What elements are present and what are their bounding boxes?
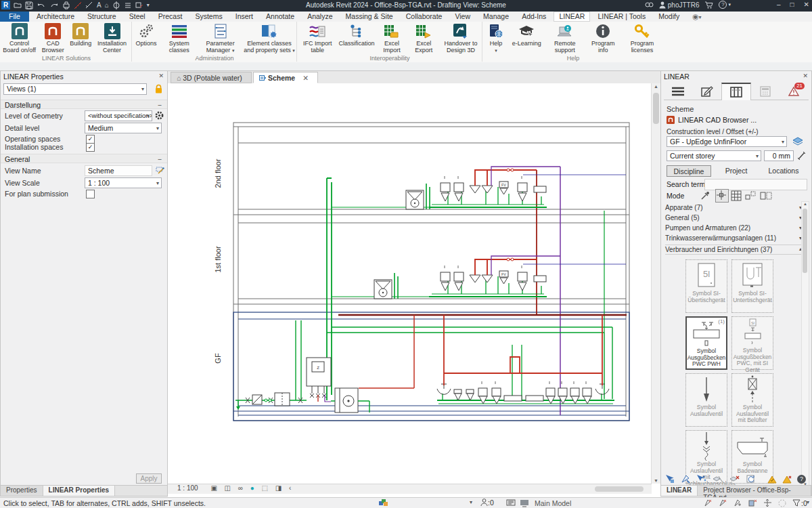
delete-elements-icon[interactable] (729, 475, 740, 484)
section-general[interactable]: General− (1, 154, 167, 163)
rename-icon[interactable] (156, 166, 165, 175)
search-icon[interactable] (645, 1, 654, 9)
save-icon[interactable] (25, 1, 33, 9)
tab-massing-site[interactable]: Massing & Site (340, 12, 399, 22)
hide-elements-icon[interactable] (713, 475, 723, 484)
offset-input[interactable]: 0 mm (764, 150, 794, 161)
collapse-icon[interactable]: − (158, 155, 162, 163)
installation-spaces-checkbox[interactable]: ✓ (86, 143, 95, 152)
gear-icon[interactable] (155, 111, 164, 120)
tab-linear[interactable]: LINEAR (554, 12, 590, 22)
eyedropper-icon[interactable] (700, 191, 710, 200)
mode-row-icon[interactable] (760, 190, 773, 201)
view-name-field[interactable]: Scheme (85, 165, 152, 176)
tab-linear-properties[interactable]: LINEAR Properties (43, 486, 115, 496)
storey-levels-icon[interactable] (792, 137, 803, 146)
mode-pair-icon[interactable] (745, 190, 757, 201)
category-pumpen[interactable]: Pumpen und Armaturen (22)▾ (665, 224, 805, 234)
lock-icon[interactable] (154, 84, 163, 94)
warning-error-icon[interactable] (782, 475, 792, 484)
category-apparate[interactable]: Apparate (7)▾ (665, 204, 805, 213)
symbol-cell-auslaufventil-beluefter[interactable]: Symbol Auslaufventil mit Belüfter (731, 373, 773, 427)
tab-annotate[interactable]: Annotate (261, 12, 300, 22)
worksets-dropdown-icon[interactable]: ▾ (470, 499, 472, 505)
cart-icon[interactable] (704, 1, 713, 9)
control-board-button[interactable]: Control Board on/off (1, 22, 37, 54)
home-icon[interactable]: ⌂ (105, 1, 109, 9)
symbol-list-scrollbar[interactable]: ▲ ▼ (801, 201, 809, 487)
ifc-import-table-button[interactable]: IFC Import table (298, 22, 337, 54)
select-pinned-icon[interactable] (734, 499, 742, 507)
system-classes-button[interactable]: System classes (160, 22, 198, 54)
place-symbol-icon[interactable] (665, 474, 675, 484)
scale-box-icon[interactable]: ▣ (210, 484, 217, 492)
scale-control[interactable]: 1 : 100 (177, 484, 198, 492)
category-verbraucher[interactable]: Verbraucher und Einrichtungen (37)▴ (665, 245, 805, 255)
horizontal-scrollbar[interactable] (595, 486, 644, 492)
qat-dropdown-icon[interactable]: ▾ (147, 2, 150, 8)
thin-lines-icon[interactable] (124, 1, 132, 9)
print-icon[interactable] (62, 1, 70, 9)
tab-view[interactable]: View (449, 12, 476, 22)
visual-style-icon[interactable]: ◫ (225, 484, 231, 492)
symbol-cell-si-uebertischgeraet[interactable]: 5l Symbol SI-Übertischgerät (685, 259, 727, 313)
drag-on-selection-icon[interactable] (763, 499, 772, 507)
minimize-button[interactable]: – (777, 1, 781, 8)
crop-view-icon[interactable]: ⬚ (262, 484, 268, 492)
refresh-view-icon[interactable] (746, 474, 757, 484)
undo-icon[interactable] (37, 1, 46, 9)
tab-warnings[interactable]: 21 (780, 83, 809, 100)
tab-analyze[interactable]: Analyze (302, 12, 338, 22)
shadows-icon[interactable]: ● (250, 484, 254, 492)
excel-import-button[interactable]: Excel Import (376, 22, 407, 54)
mode-place-single[interactable] (715, 189, 729, 203)
filter-tab-locations[interactable]: Locations (761, 165, 806, 177)
remote-support-button[interactable]: Remote support (545, 22, 585, 54)
mode-grid-icon[interactable] (731, 190, 742, 201)
section-darstellung[interactable]: Darstellung− (1, 100, 167, 109)
tab-structure[interactable]: Structure (82, 12, 122, 22)
tab-properties[interactable]: Properties (1, 486, 43, 496)
category-general[interactable]: General (5)▾ (665, 214, 805, 224)
tab-architecture[interactable]: Architecture (31, 12, 80, 22)
level-of-geometry-select[interactable]: <without specification>▾ (85, 110, 152, 121)
views-selector[interactable]: Views (1) ▾ (3, 83, 147, 95)
excel-export-button[interactable]: Excel Export (408, 22, 440, 54)
tab-precast[interactable]: Precast (153, 12, 188, 22)
tab-calculation[interactable] (751, 83, 780, 100)
drawing-canvas[interactable]: 2nd floor 1st floor GF (168, 83, 652, 484)
tab-linear-tools[interactable]: LINEAR | Tools (592, 12, 651, 22)
active-design-option[interactable]: Main Model (535, 499, 571, 507)
tab-cad-browser[interactable] (721, 83, 751, 100)
revit-logo[interactable]: R (1, 1, 10, 9)
cad-browser-button[interactable]: CAD Browser (37, 22, 68, 54)
quick-access-toolbar[interactable]: R A ⌂ ▾ (1, 1, 150, 9)
close-view-icon[interactable]: ✕ (302, 74, 309, 82)
options-button[interactable]: Options (133, 22, 160, 54)
editable-elements-indicator[interactable]: :0 (480, 499, 494, 507)
parameter-manager-button[interactable]: Parameter Manager ▾ (198, 22, 242, 54)
statusbar-dropdown-icon[interactable]: ▾ (807, 499, 809, 505)
help-button[interactable]: Help▾ (483, 22, 509, 54)
close-hidden-icon[interactable] (135, 1, 143, 9)
select-by-face-icon[interactable] (748, 499, 757, 507)
classification-button[interactable]: Classification (337, 22, 376, 54)
close-button[interactable]: ✕ (804, 1, 809, 8)
select-links-icon[interactable] (704, 499, 713, 507)
element-classes-button[interactable]: Element classes and property sets ▾ (242, 22, 296, 54)
multi-place-icon[interactable] (696, 474, 706, 484)
design-options-icon[interactable] (506, 499, 516, 507)
tab-systems[interactable]: Systems (189, 12, 227, 22)
cad-browser-header[interactable]: LINEAR CAD Browser ... (667, 116, 757, 124)
close-icon[interactable]: ✕ (803, 72, 808, 79)
restore-button[interactable]: □ (790, 1, 794, 8)
open-icon[interactable] (14, 1, 22, 9)
main-model-icon[interactable] (520, 499, 529, 507)
installation-center-button[interactable]: Installation Center (93, 22, 131, 54)
plan-submission-checkbox[interactable] (86, 190, 95, 198)
tab-insert[interactable]: Insert (230, 12, 258, 22)
symbol-cell-auslaufventil[interactable]: Symbol Auslaufventil (685, 373, 727, 427)
tab-edit[interactable] (692, 83, 721, 100)
worksets-icon[interactable] (379, 499, 388, 508)
view-scale-select[interactable]: 1 : 100▾ (85, 177, 162, 188)
